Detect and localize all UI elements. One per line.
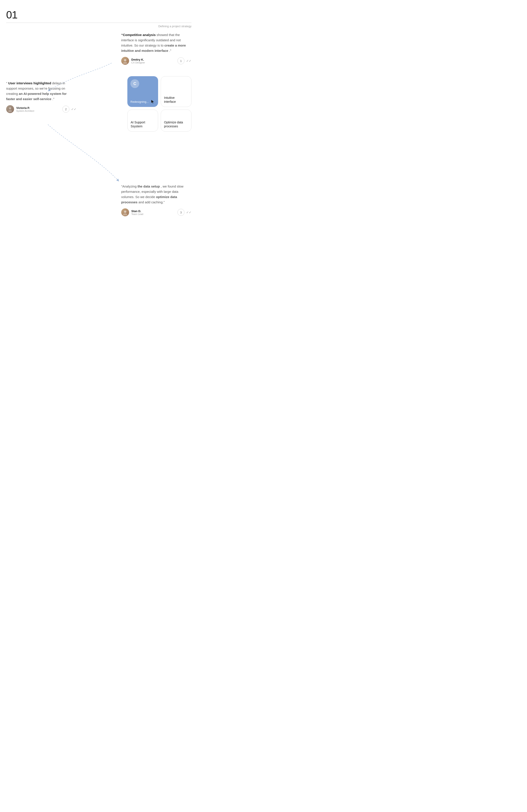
subtitle-row: Defining a project strategy — [0, 23, 197, 28]
badge-group-2: 2 ✓✓ — [62, 106, 76, 113]
quote2-end: .” — [52, 97, 54, 101]
checkmark-1: ✓✓ — [186, 59, 191, 62]
svg-point-4 — [124, 211, 127, 213]
svg-point-5 — [123, 214, 127, 215]
number-badge-3: 3 — [177, 209, 185, 216]
author-info-1: Dmitry K. CX Designer — [131, 58, 175, 64]
author-row-2: Victoria P. System Architect 2 ✓✓ — [6, 105, 76, 113]
avatar-sd — [121, 208, 129, 216]
card-icon-circle: C — [130, 79, 139, 88]
number-badge-2: 2 — [62, 106, 69, 113]
svg-point-3 — [8, 110, 12, 112]
quote2-open: “ — [6, 81, 7, 85]
avatar-dm — [121, 57, 129, 65]
main-layout: “Competitive analysis showed that the in… — [6, 28, 191, 291]
card-label-ai-support: AI SupportSsystem — [131, 120, 145, 128]
arrows-overlay — [6, 28, 191, 291]
quote-text-1: “Competitive analysis showed that the in… — [121, 32, 191, 53]
author-info-2: Victoria P. System Architect — [16, 106, 60, 112]
svg-point-2 — [9, 107, 11, 109]
svg-point-0 — [124, 59, 127, 61]
author-row-3: Stan D. Team Lead 3 ✓✓ — [121, 208, 191, 216]
page-container: 01 Defining a project strategy “C — [0, 0, 197, 305]
card-optimize-data[interactable]: Optimize dataprocesses — [161, 110, 191, 132]
quote-text-2: “ User interviews highlighted delays in … — [6, 81, 76, 102]
cards-grid: C Redesigning... Intuitiveinterface AI S… — [127, 76, 191, 132]
page-number: 01 — [6, 9, 191, 21]
author-role-1: CX Designer — [131, 61, 175, 64]
card-ai-support[interactable]: AI SupportSsystem — [127, 110, 158, 132]
redesign-icon-letter: C — [133, 82, 136, 86]
quote1-end: .” — [169, 49, 171, 53]
quote-block-2: “ User interviews highlighted delays in … — [6, 81, 76, 113]
checkmark-3: ✓✓ — [186, 211, 191, 214]
quote3-end: and add caching.” — [138, 200, 164, 204]
quote1-bold-start: “Competitive analysis — [121, 33, 156, 37]
card-icon-redesign: C — [130, 79, 139, 88]
author-row-1: Dmitry K. CX Designer 1 ✓✓ — [121, 57, 191, 65]
quote2-bold-start: User interviews highlighted — [8, 81, 51, 85]
checkmark-2: ✓✓ — [71, 107, 76, 111]
card-label-redesigning: Redesigning... — [130, 100, 149, 104]
badge-group-3: 3 ✓✓ — [177, 209, 191, 216]
quote3-bold-data: the data setup — [137, 185, 160, 188]
author-name-3: Stan D. — [131, 209, 175, 213]
badge-group-1: 1 ✓✓ — [177, 57, 191, 64]
card-label-intuitive: Intuitiveinterface — [164, 96, 176, 104]
author-name-1: Dmitry K. — [131, 58, 175, 61]
quote-text-3: “Analyzing the data setup , we found slo… — [121, 184, 191, 205]
number-badge-1: 1 — [177, 57, 185, 64]
quote3-open: “Analyzing — [121, 185, 137, 188]
avatar-vp — [6, 105, 14, 113]
card-intuitive-interface[interactable]: Intuitiveinterface — [161, 76, 191, 107]
quote-block-1: “Competitive analysis showed that the in… — [121, 32, 191, 65]
author-name-2: Victoria P. — [16, 106, 60, 110]
author-role-2: System Architect — [16, 110, 60, 112]
page-subtitle: Defining a project strategy — [158, 25, 191, 28]
card-label-optimize: Optimize dataprocesses — [164, 120, 183, 128]
author-role-3: Team Lead — [131, 213, 175, 215]
quote-block-3: “Analyzing the data setup , we found slo… — [121, 184, 191, 216]
svg-point-1 — [123, 62, 127, 64]
card-redesigning[interactable]: C Redesigning... — [127, 76, 158, 107]
cursor-arrow-icon — [151, 100, 155, 104]
header-section: 01 — [0, 0, 197, 21]
author-info-3: Stan D. Team Lead — [131, 209, 175, 215]
